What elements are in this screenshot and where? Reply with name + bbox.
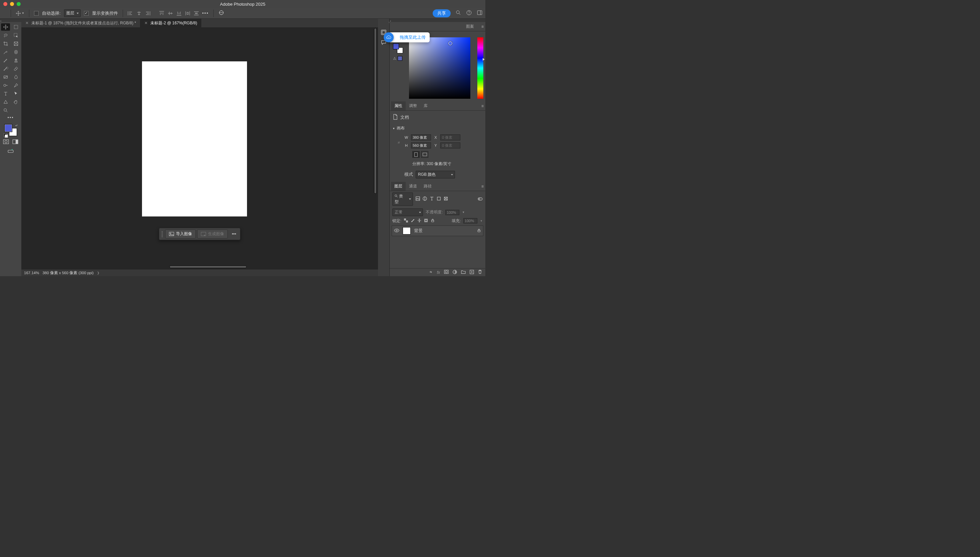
panel-menu-icon[interactable]: ≡ <box>481 184 484 189</box>
history-brush-tool[interactable] <box>1 65 10 72</box>
drag-upload-tooltip[interactable]: 拖拽至此上传 <box>388 33 430 42</box>
tab-paths[interactable]: 路径 <box>420 182 435 191</box>
drag-handle-icon[interactable] <box>160 231 164 237</box>
lock-icon[interactable] <box>477 228 481 233</box>
tab-channels[interactable]: 通道 <box>406 182 420 191</box>
canvas-viewport[interactable]: 导入图像 生成图像 ••• <box>21 27 378 269</box>
auto-select-target-dropdown[interactable]: 图层 <box>64 9 81 17</box>
align-top-icon[interactable] <box>159 11 164 16</box>
align-right-icon[interactable] <box>145 11 150 16</box>
filter-toggle-switch[interactable] <box>478 197 483 202</box>
move-tool[interactable] <box>1 23 10 31</box>
filter-pixel-icon[interactable] <box>416 197 420 202</box>
auto-select-checkbox[interactable] <box>34 11 39 16</box>
help-icon[interactable] <box>466 10 472 17</box>
saturation-value-picker[interactable] <box>409 37 471 99</box>
crop-tool[interactable] <box>1 40 10 47</box>
new-layer-icon[interactable] <box>470 270 474 275</box>
frame-tool[interactable] <box>11 40 20 47</box>
screen-mode-icon[interactable] <box>12 139 18 145</box>
orientation-landscape-button[interactable] <box>421 151 428 158</box>
tab-libraries[interactable]: 库 <box>420 101 431 111</box>
align-center-h-icon[interactable] <box>136 11 142 16</box>
gamut-target-swatch[interactable] <box>398 56 402 61</box>
align-middle-icon[interactable] <box>168 11 173 16</box>
filter-adjust-icon[interactable] <box>423 197 427 202</box>
add-mask-icon[interactable] <box>444 270 449 275</box>
tab-properties[interactable]: 属性 <box>391 101 406 111</box>
lock-pixels-icon[interactable] <box>410 218 415 223</box>
more-align-icon[interactable]: ••• <box>202 11 209 16</box>
type-tool[interactable] <box>1 90 10 98</box>
collapse-chevrons-right[interactable]: ‹‹ <box>389 19 485 22</box>
vertical-scrollbar[interactable] <box>373 27 377 264</box>
filter-type-icon[interactable] <box>430 197 434 202</box>
layer-fx-icon[interactable]: fx <box>437 270 440 275</box>
tab-adjustments[interactable]: 调整 <box>406 101 420 111</box>
search-icon[interactable] <box>455 10 461 17</box>
link-dimensions-icon[interactable]: ⟓ <box>396 139 402 144</box>
swap-colors-icon[interactable]: ⤾ <box>15 124 18 127</box>
distribute-h-icon[interactable] <box>185 11 190 16</box>
filter-smart-icon[interactable] <box>444 197 448 202</box>
layer-filter-dropdown[interactable]: 类型 <box>392 192 413 206</box>
eyedropper-tool[interactable] <box>1 48 10 56</box>
foreground-color[interactable] <box>4 124 12 132</box>
document-canvas[interactable] <box>142 61 247 217</box>
zoom-tool[interactable] <box>1 107 10 114</box>
fill-input[interactable] <box>463 218 477 223</box>
color-mode-dropdown[interactable]: RGB 颜色 <box>416 171 455 178</box>
tab-layers[interactable]: 图层 <box>391 182 406 191</box>
filter-shape-icon[interactable] <box>436 197 441 202</box>
zoom-level[interactable]: 167.14% <box>24 271 39 275</box>
horizontal-scrollbar[interactable] <box>21 265 373 269</box>
hue-slider[interactable] <box>477 37 484 99</box>
default-colors-icon[interactable] <box>4 134 7 137</box>
collapse-chevrons-left[interactable]: ‹‹ <box>0 19 21 22</box>
new-adjustment-icon[interactable] <box>453 270 457 275</box>
import-image-button[interactable]: 导入图像 <box>165 230 196 238</box>
eraser-tool[interactable] <box>11 65 20 72</box>
shape-tool[interactable] <box>1 98 10 106</box>
distribute-v-icon[interactable] <box>194 11 199 16</box>
gradient-tool[interactable] <box>1 73 10 81</box>
new-group-icon[interactable] <box>461 270 466 275</box>
tab-patterns[interactable]: 图案 <box>462 22 477 31</box>
panel-color-swatches[interactable] <box>393 43 403 53</box>
contextual-more-icon[interactable]: ••• <box>229 230 239 238</box>
lock-all-icon[interactable] <box>431 218 435 223</box>
3d-mode-icon[interactable] <box>218 10 224 17</box>
share-button[interactable]: 共享 <box>433 9 451 17</box>
path-select-tool[interactable] <box>11 90 20 98</box>
clone-stamp-tool[interactable] <box>11 57 20 64</box>
lock-position-icon[interactable] <box>417 218 421 223</box>
show-transform-checkbox[interactable] <box>84 11 89 16</box>
dodge-tool[interactable] <box>1 82 10 89</box>
workspace-switcher-icon[interactable] <box>477 10 483 17</box>
visibility-toggle-icon[interactable] <box>394 228 399 233</box>
quick-select-tool[interactable] <box>11 32 20 39</box>
status-info-chevron-icon[interactable]: ❯ <box>97 271 100 275</box>
contextual-bar-toggle-icon[interactable] <box>8 148 14 154</box>
quick-mask-icon[interactable] <box>3 139 9 145</box>
layer-thumbnail[interactable] <box>403 227 410 235</box>
marquee-tool[interactable] <box>11 23 20 31</box>
document-tab-1[interactable]: ✕ 未标题-1 @ 187% (拖到文件夹或者直接点击运行, RGB/8) * <box>21 19 140 27</box>
blur-tool[interactable] <box>11 73 20 81</box>
align-bottom-icon[interactable] <box>176 11 182 16</box>
align-left-icon[interactable] <box>128 11 133 16</box>
document-tab-2[interactable]: ✕ 未标题-2 @ 167%(RGB/8) <box>140 19 201 27</box>
lock-artboard-icon[interactable] <box>424 218 428 223</box>
opacity-input[interactable] <box>445 210 459 215</box>
pen-tool[interactable] <box>11 82 20 89</box>
edit-toolbar-button[interactable]: ••• <box>2 114 19 121</box>
home-button[interactable] <box>2 10 6 17</box>
healing-brush-tool[interactable] <box>11 48 20 56</box>
close-tab-icon[interactable]: ✕ <box>25 21 29 25</box>
brush-tool[interactable] <box>1 57 10 64</box>
canvas-section-header[interactable]: ▾ 画布 <box>393 124 482 132</box>
expand-chevrons-icon[interactable]: ›› <box>378 20 389 24</box>
layer-name[interactable]: 背景 <box>414 228 423 234</box>
delete-layer-icon[interactable] <box>478 269 482 275</box>
height-input[interactable] <box>411 142 431 148</box>
